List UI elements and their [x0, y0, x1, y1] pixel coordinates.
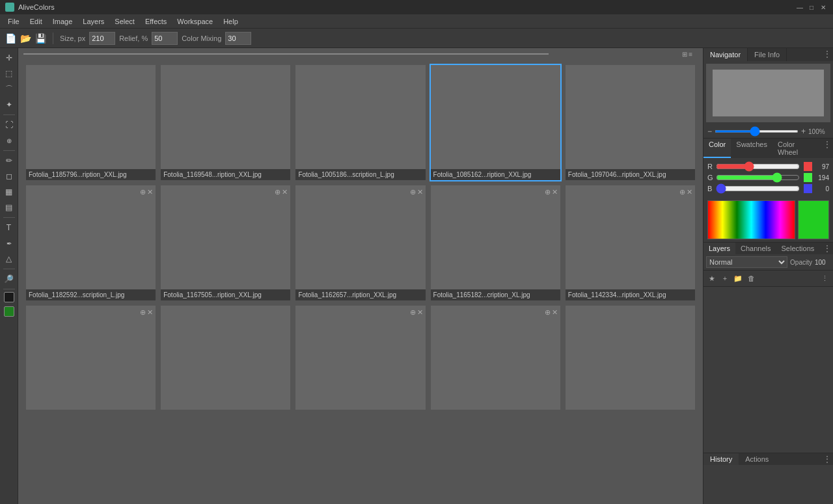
menu-effects[interactable]: Effects — [140, 16, 172, 27]
image-cell-5[interactable]: Fotolia_1097046...ription_XXL.jpg — [566, 65, 695, 180]
image-action-close-8[interactable]: ✕ — [417, 188, 423, 196]
zoom-out-icon[interactable]: − — [707, 127, 712, 136]
color-gradient-area — [707, 200, 829, 239]
image-cell-1[interactable]: Fotolia_1185796...ription_XXL.jpg — [26, 65, 156, 180]
tab-layers[interactable]: Layers — [703, 243, 735, 254]
blend-mode-select[interactable]: Normal — [706, 256, 787, 268]
size-input[interactable] — [89, 32, 115, 45]
image-cell-8[interactable]: ⊕ ✕ Fotolia_1162657...ription_XXL.jpg — [295, 185, 425, 300]
grid-icon[interactable]: ⊞ — [682, 51, 687, 58]
tool-eraser[interactable]: ◻ — [2, 169, 16, 183]
layer-add-button[interactable]: + — [719, 272, 731, 284]
tool-eyedropper[interactable]: ⊕ — [2, 133, 16, 148]
image-action-close-14[interactable]: ✕ — [552, 308, 558, 317]
maximize-button[interactable]: □ — [807, 3, 816, 12]
tab-actions[interactable]: Actions — [739, 453, 775, 465]
color-gradient[interactable] — [707, 200, 795, 239]
image-action-close-9[interactable]: ✕ — [552, 188, 558, 196]
image-action-add-7[interactable]: ⊕ — [275, 188, 280, 196]
tool-shape[interactable]: △ — [2, 252, 16, 266]
layers-options-button[interactable]: ⋮ — [821, 243, 833, 254]
tab-swatches[interactable]: Swatches — [731, 139, 772, 158]
navigator-options-button[interactable]: ⋮ — [821, 48, 833, 60]
image-cell-9[interactable]: ⊕ ✕ Fotolia_1165182...cription_XL.jpg — [431, 185, 560, 300]
tab-color-wheel[interactable]: Color Wheel — [772, 139, 821, 158]
new-file-button[interactable]: 📄 — [5, 33, 16, 44]
tool-brush[interactable]: ✏ — [2, 153, 16, 168]
tool-lasso[interactable]: ⌒ — [2, 82, 16, 96]
zoom-in-icon[interactable]: + — [801, 127, 806, 136]
tab-color[interactable]: Color — [703, 139, 731, 158]
tab-channels[interactable]: Channels — [735, 243, 776, 254]
history-options-button[interactable]: ⋮ — [821, 453, 833, 465]
tool-gradient[interactable]: ▤ — [2, 200, 16, 215]
menu-workspace[interactable]: Workspace — [172, 16, 218, 27]
image-cell-6[interactable]: ⊕ ✕ Fotolia_1182592...scription_L.jpg — [26, 185, 156, 300]
tool-text[interactable]: T — [2, 220, 16, 235]
list-icon[interactable]: ≡ — [689, 51, 692, 58]
image-action-close-6[interactable]: ✕ — [147, 188, 153, 196]
image-cell-10[interactable]: ⊕ ✕ Fotolia_1142334...ription_XXL.jpg — [566, 185, 695, 300]
tool-separator-4 — [3, 269, 15, 269]
tool-crop[interactable]: ⛶ — [2, 118, 16, 132]
image-action-add-9[interactable]: ⊕ — [545, 188, 551, 196]
relief-input[interactable] — [152, 32, 178, 45]
image-cell-13[interactable]: ⊕ ✕ — [295, 306, 425, 410]
window-controls[interactable]: — □ ✕ — [795, 3, 828, 12]
image-action-add-11[interactable]: ⊕ — [140, 308, 146, 317]
tool-marquee[interactable]: ⬚ — [2, 66, 16, 81]
tool-wand[interactable]: ✦ — [2, 98, 16, 112]
menu-layers[interactable]: Layers — [77, 16, 109, 27]
zoom-slider[interactable] — [715, 130, 799, 133]
color-preview-swatch[interactable] — [798, 200, 829, 239]
image-cell-15[interactable] — [566, 306, 695, 410]
image-action-add-6[interactable]: ⊕ — [140, 188, 146, 196]
image-action-add-8[interactable]: ⊕ — [410, 188, 416, 196]
foreground-color[interactable] — [4, 292, 14, 302]
tool-move[interactable]: ✛ — [2, 51, 16, 65]
image-action-close-11[interactable]: ✕ — [147, 308, 153, 317]
save-file-button[interactable]: 💾 — [35, 33, 46, 44]
active-color-green[interactable] — [4, 306, 14, 317]
green-slider[interactable] — [716, 174, 800, 181]
color-mixing-input[interactable] — [225, 32, 251, 45]
image-cell-4[interactable]: Fotolia_1085162...ription_XXL.jpg — [431, 65, 560, 180]
image-action-close-10[interactable]: ✕ — [687, 188, 692, 196]
image-action-add-14[interactable]: ⊕ — [545, 308, 551, 317]
image-action-add-13[interactable]: ⊕ — [410, 308, 416, 317]
image-cell-7[interactable]: ⊕ ✕ Fotolia_1167505...ription_XXL.jpg — [161, 185, 290, 300]
menu-help[interactable]: Help — [218, 16, 243, 27]
menu-edit[interactable]: Edit — [25, 16, 48, 27]
layer-add-fx-button[interactable]: ★ — [706, 272, 718, 284]
menu-image[interactable]: Image — [48, 16, 78, 27]
canvas-area[interactable]: ⊞ ≡ Fotolia_1185796...ription_XXL.jpg Fo… — [18, 48, 703, 504]
minimize-button[interactable]: — — [795, 3, 804, 12]
tab-selections[interactable]: Selections — [776, 243, 820, 254]
close-button[interactable]: ✕ — [819, 3, 828, 12]
image-cell-14[interactable]: ⊕ ✕ — [431, 306, 560, 410]
image-action-close-13[interactable]: ✕ — [417, 308, 423, 317]
image-action-close-7[interactable]: ✕ — [282, 188, 288, 196]
image-cell-11[interactable]: ⊕ ✕ — [26, 306, 156, 410]
tab-navigator[interactable]: Navigator — [703, 48, 748, 61]
layers-options-small-button[interactable]: ⋮ — [819, 272, 830, 284]
image-action-add-10[interactable]: ⊕ — [679, 188, 685, 196]
image-cell-3[interactable]: Fotolia_1005186...scription_L.jpg — [295, 65, 425, 180]
tool-fill[interactable]: ▦ — [2, 185, 16, 199]
image-cell-2[interactable]: Fotolia_1169548...ription_XXL.jpg — [161, 65, 290, 180]
tab-file-info[interactable]: File Info — [748, 48, 787, 61]
open-file-button[interactable]: 📂 — [20, 33, 31, 44]
layer-folder-button[interactable]: 📁 — [732, 272, 744, 284]
tab-history[interactable]: History — [703, 453, 739, 465]
menu-select[interactable]: Select — [109, 16, 140, 27]
blend-mode-row: Normal Opacity 100 — [703, 254, 833, 271]
color-options-button[interactable]: ⋮ — [821, 139, 833, 150]
image-cell-12[interactable] — [161, 306, 290, 410]
image-thumbnail-9 — [431, 185, 560, 289]
red-slider[interactable] — [716, 163, 800, 170]
menu-file[interactable]: File — [3, 16, 25, 27]
tool-pen[interactable]: ✒ — [2, 236, 16, 250]
blue-slider[interactable] — [716, 185, 800, 192]
tool-zoom[interactable]: 🔎 — [2, 272, 16, 286]
layer-delete-button[interactable]: 🗑 — [745, 272, 757, 284]
